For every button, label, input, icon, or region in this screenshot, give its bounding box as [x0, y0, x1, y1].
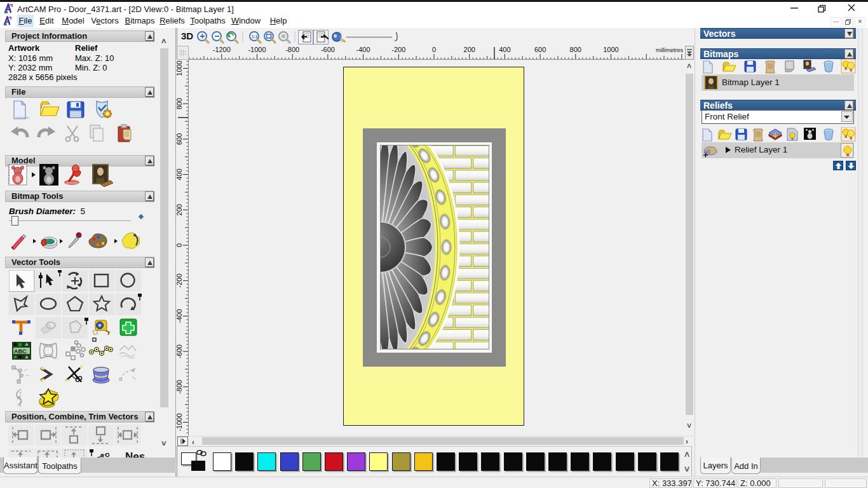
svg-text:600: 600	[534, 46, 546, 53]
svg-text:-1000: -1000	[248, 46, 266, 53]
svg-text:200: 200	[177, 204, 183, 215]
svg-text:1000: 1000	[603, 46, 618, 53]
svg-text:-400: -400	[356, 46, 370, 53]
svg-text:-800: -800	[285, 46, 299, 53]
svg-text:-800: -800	[177, 380, 183, 394]
svg-text:millimetres: millimetres	[656, 47, 684, 53]
svg-text:400: 400	[177, 168, 183, 180]
svg-text:-200: -200	[177, 274, 183, 288]
svg-text:-200: -200	[391, 46, 405, 53]
svg-text:-1200: -1200	[213, 46, 231, 53]
svg-text:-400: -400	[177, 309, 183, 323]
svg-text:ABC: ABC	[14, 348, 27, 355]
svg-text:1000: 1000	[177, 60, 183, 76]
svg-text:0: 0	[432, 46, 436, 53]
svg-text:-600: -600	[321, 46, 335, 53]
svg-text:400: 400	[499, 46, 510, 53]
svg-text:-600: -600	[177, 344, 183, 358]
svg-text:0: 0	[177, 243, 183, 247]
svg-text:600: 600	[177, 133, 183, 145]
svg-text:800: 800	[570, 46, 581, 53]
svg-text:800: 800	[177, 98, 183, 109]
svg-text:200: 200	[464, 46, 475, 53]
svg-text:-1000: -1000	[177, 413, 183, 431]
svg-text:1:1: 1:1	[252, 34, 258, 39]
